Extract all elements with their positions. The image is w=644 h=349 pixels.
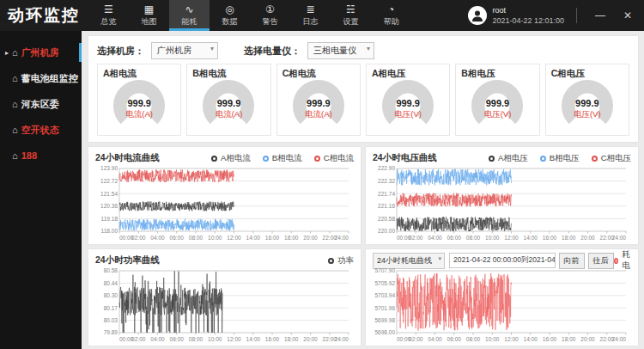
- nav-item-日志[interactable]: ≣日志: [290, 0, 331, 31]
- gauges-row: A相电流999.9电流(A)B相电流999.9电流(A)C相电流999.9电流(…: [97, 64, 629, 136]
- user-area: root 2021-04-22 12:01:00 — ✕: [468, 0, 644, 31]
- settings-icon: ☵: [346, 4, 355, 15]
- chart-svg: 123.90122.72121.54120.36119.18118.0000:0…: [95, 165, 354, 242]
- prev-button[interactable]: 向前: [559, 253, 585, 269]
- gauge-title: A相电流: [103, 68, 175, 80]
- nav-item-设置[interactable]: ☵设置: [331, 0, 371, 31]
- room-select[interactable]: 广州机房 ▾: [151, 42, 218, 59]
- chart-svg: 222.90222.32221.74221.16220.58220.0000:0…: [373, 165, 631, 242]
- svg-text:02:00: 02:00: [131, 235, 146, 241]
- gauge-unit: 电压(V): [381, 109, 434, 120]
- sidebar-item-label: 空开状态: [21, 124, 59, 137]
- legend-label: 功率: [337, 255, 354, 266]
- main-content: 选择机房： 广州机房 ▾ 选择电量仪： 三相电量仪 ▾ A相电流999.9电流(…: [82, 31, 644, 349]
- user-name: root: [492, 6, 564, 15]
- svg-text:14:00: 14:00: [246, 336, 261, 342]
- chart-legend: 功率: [328, 255, 354, 266]
- svg-text:80.58: 80.58: [104, 267, 118, 273]
- date-range-input[interactable]: 2021-04-22 00:00:00到2021-04-22 23:59:59: [449, 253, 555, 268]
- meter-select-label: 选择电量仪：: [244, 45, 301, 58]
- chart-canvas: 222.90222.32221.74221.16220.58220.0000:0…: [373, 165, 631, 242]
- nav-item-数据[interactable]: ◎数据: [210, 0, 250, 31]
- svg-text:221.16: 221.16: [378, 203, 395, 209]
- sidebar-item-河东区委[interactable]: ▸⌂河东区委: [0, 91, 82, 117]
- legend-label: B相电压: [550, 153, 580, 164]
- svg-text:79.89: 79.89: [104, 329, 118, 335]
- svg-text:02:00: 02:00: [131, 336, 146, 342]
- nav-item-能耗[interactable]: ∿能耗: [169, 0, 210, 31]
- nav-item-总览[interactable]: ☰总览: [88, 0, 129, 31]
- nav-item-地图[interactable]: ▦地图: [129, 0, 169, 31]
- nav-item-label: 警告: [263, 16, 278, 28]
- gauge-value: 999.9: [202, 98, 255, 108]
- next-button[interactable]: 往后: [588, 253, 614, 269]
- legend-marker-icon: [211, 156, 217, 162]
- legend-item-A相电压[interactable]: A相电压: [489, 153, 528, 164]
- legend-item-B相电流[interactable]: B相电流: [263, 153, 302, 164]
- svg-text:80.17: 80.17: [104, 305, 118, 311]
- legend-marker-icon: [489, 156, 495, 162]
- meter-select[interactable]: 三相电量仪 ▾: [307, 42, 374, 59]
- close-button[interactable]: ✕: [617, 9, 639, 21]
- svg-text:12:00: 12:00: [227, 336, 241, 342]
- gauge-title: A相电压: [372, 68, 444, 80]
- chart-card-consumption: 24小时耗电曲线 ▾ 2021-04-22 00:00:00到2021-04-2…: [366, 249, 638, 346]
- svg-text:222.90: 222.90: [378, 165, 395, 171]
- data-icon: ◎: [225, 4, 234, 15]
- svg-text:16:00: 16:00: [543, 235, 557, 241]
- legend-label: A相电流: [221, 153, 251, 164]
- chevron-down-icon: ▾: [210, 45, 214, 52]
- chart-canvas: 80.5880.4480.3080.1780.0379.8900:0002:00…: [95, 267, 354, 343]
- chart-card-voltage: 24小时电压曲线 A相电压B相电压C相电压 222.90222.32221.74…: [366, 147, 638, 244]
- svg-text:122.72: 122.72: [100, 178, 118, 184]
- gauge-title: C相电流: [283, 68, 355, 80]
- nav-item-label: 设置: [343, 16, 359, 28]
- legend-item-C相电压[interactable]: C相电压: [592, 153, 631, 164]
- sidebar-item-广州机房[interactable]: ▸⌂广州机房: [0, 40, 82, 65]
- chart-card-power: 24小时功率曲线 功率 80.5880.4480.3080.1780.0379.…: [88, 249, 361, 346]
- svg-text:123.90: 123.90: [100, 165, 118, 171]
- home-icon: ⌂: [12, 99, 18, 109]
- sidebar-item-蓄电池组监控[interactable]: ▸⌂蓄电池组监控: [0, 65, 82, 91]
- svg-text:220.00: 220.00: [378, 228, 395, 234]
- svg-text:10:00: 10:00: [485, 235, 500, 241]
- svg-text:80.03: 80.03: [104, 317, 118, 323]
- svg-text:06:00: 06:00: [170, 336, 185, 342]
- minimize-button[interactable]: —: [589, 9, 611, 21]
- legend-label: A相电压: [498, 153, 528, 164]
- legend-item-功率[interactable]: 功率: [328, 255, 354, 266]
- legend-marker-icon: [614, 258, 619, 264]
- gauge-value: 999.9: [561, 98, 614, 108]
- gauge-card-B相电压: B相电压999.9电压(V): [455, 64, 539, 136]
- gauge-card-B相电流: B相电流999.9电流(A): [186, 64, 270, 136]
- chart-type-select[interactable]: 24小时耗电曲线 ▾: [373, 253, 445, 269]
- sidebar-item-188[interactable]: ▸⌂188: [0, 143, 82, 168]
- gauge-arc: 999.9电流(A): [202, 79, 255, 132]
- avatar[interactable]: [468, 6, 487, 25]
- nav-item-label: 总览: [101, 16, 117, 28]
- svg-text:06:00: 06:00: [447, 336, 462, 342]
- svg-text:18:00: 18:00: [284, 336, 299, 342]
- nav-item-label: 地图: [142, 16, 157, 28]
- legend-marker-icon: [314, 156, 320, 162]
- legend-item-C相电流[interactable]: C相电流: [314, 153, 354, 164]
- chart-title: 24小时电流曲线: [95, 152, 160, 164]
- legend-item-B相电压[interactable]: B相电压: [540, 153, 580, 164]
- svg-text:14:00: 14:00: [524, 235, 538, 241]
- gauge-readout: 999.9电流(A): [112, 98, 166, 120]
- chart-canvas: 123.90122.72121.54120.36119.18118.0000:0…: [95, 165, 354, 242]
- chart-title: 24小时电压曲线: [373, 152, 437, 164]
- user-icon: [471, 9, 484, 22]
- legend-item-A相电流[interactable]: A相电流: [211, 153, 251, 164]
- nav-item-警告[interactable]: ①警告: [250, 0, 290, 31]
- gauge-unit: 电压(V): [561, 109, 614, 120]
- svg-text:04:00: 04:00: [150, 235, 165, 241]
- gauge-arc: 999.9电压(V): [471, 79, 524, 132]
- nav-item-帮助[interactable]: ◔帮助: [371, 0, 411, 31]
- home-icon: ⌂: [12, 73, 18, 83]
- sidebar-item-空开状态[interactable]: ▸⌂空开状态: [0, 117, 82, 143]
- svg-text:20:00: 20:00: [303, 235, 318, 241]
- chart-canvas: 5707.905705.925703.945701.965699.985698.…: [373, 267, 631, 343]
- sidebar: ▸⌂广州机房▸⌂蓄电池组监控▸⌂河东区委▸⌂空开状态▸⌂188: [0, 31, 82, 349]
- svg-text:5705.92: 5705.92: [375, 280, 396, 286]
